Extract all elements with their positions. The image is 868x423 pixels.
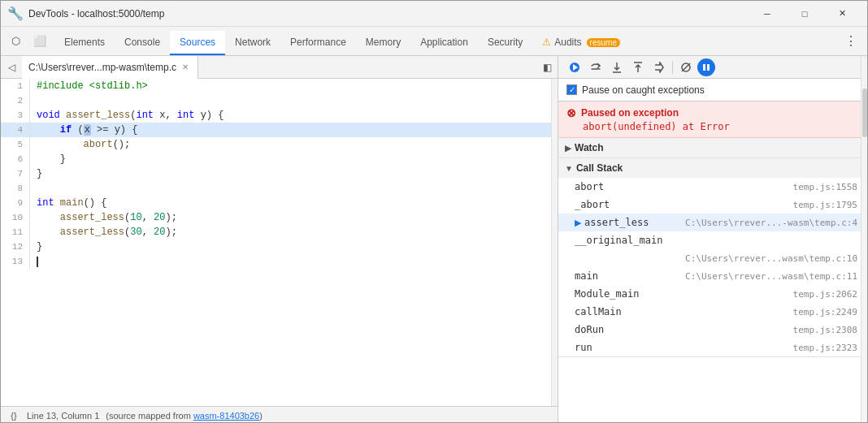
code-line-4: 4 if (x >= y) { [1, 123, 551, 137]
stack-item-main-location: C:\Users\rrever...wasm\temp.c:11 [685, 271, 857, 282]
maximize-button[interactable]: □ [786, 1, 823, 27]
line-content-6: } [30, 152, 66, 166]
source-map-link[interactable]: wasm-81403b26 [193, 411, 259, 421]
line-number-10: 10 [1, 210, 30, 225]
stack-item-abort2-name: _abort [575, 199, 793, 210]
call-stack-section-header[interactable]: Call Stack [558, 158, 867, 178]
deactivate-breakpoints-button[interactable] [676, 58, 696, 76]
pause-exceptions-button[interactable] [697, 58, 715, 76]
call-stack-section-label: Call Stack [576, 162, 623, 174]
tab-memory[interactable]: Memory [356, 31, 410, 55]
line-number-9: 9 [1, 196, 30, 210]
device-toolbar-button[interactable]: ⬜ [28, 31, 51, 50]
file-tab-right-icons: ◧ [536, 56, 558, 79]
line-content-9: int main() { [30, 196, 106, 210]
pause-on-exceptions-checkbox[interactable]: ✓ [566, 84, 577, 95]
step-into-button[interactable] [607, 58, 627, 76]
code-scrollbar[interactable] [551, 79, 558, 406]
stack-item-abort-name: abort [575, 181, 793, 192]
code-line-7: 7 } [1, 166, 551, 181]
audits-warning-icon: ⚠ [542, 37, 551, 48]
stack-item-do-run-location: temp.js:2308 [793, 325, 857, 335]
stack-item-original-main[interactable]: __original_main [558, 231, 867, 249]
stack-item-call-main-name: callMain [575, 306, 793, 317]
stack-item-assert-less-name: assert_less [584, 217, 685, 228]
stack-item-do-run[interactable]: doRun temp.js:2308 [558, 321, 867, 339]
source-map-label: (source mapped from [106, 411, 193, 421]
file-tab-close-button[interactable]: ✕ [180, 62, 191, 73]
pause-on-exceptions-label: Pause on caught exceptions [582, 84, 705, 96]
tab-audits-label: Audits [554, 37, 581, 48]
tab-performance[interactable]: Performance [280, 31, 356, 55]
code-line-3: 3 void assert_less(int x, int y) { [1, 108, 551, 123]
stack-item-abort2[interactable]: _abort temp.js:1795 [558, 196, 867, 214]
stack-item-module-main[interactable]: Module_main temp.js:2062 [558, 285, 867, 303]
show-navigator-button[interactable]: ◧ [536, 56, 558, 79]
more-tabs-button[interactable]: ⋮ [841, 31, 861, 50]
stack-item-assert-less-location: C:\Users\rrever...-wasm\temp.c:4 [685, 218, 857, 228]
watch-section-label: Watch [575, 142, 604, 153]
close-button[interactable]: ✕ [823, 1, 861, 27]
stack-item-assert-less[interactable]: ▶ assert_less C:\Users\rrever...-wasm\te… [558, 214, 867, 231]
exception-title: ⊗ Paused on exception [566, 106, 859, 119]
svg-rect-10 [707, 64, 710, 71]
source-map-close: ) [259, 411, 263, 421]
stack-item-main[interactable]: main C:\Users\rrever...wasm\temp.c:11 [558, 267, 867, 285]
file-tab-name: C:\Users\rrever...mp-wasm\temp.c [28, 62, 176, 73]
code-scroll-area[interactable]: 1 #include <stdlib.h> 2 3 void assert_le… [1, 79, 551, 406]
line-number-11: 11 [1, 225, 30, 240]
tab-audits[interactable]: ⚠ Audits resume [532, 31, 630, 55]
code-line-11: 11 assert_less(30, 20); [1, 225, 551, 240]
resume-button[interactable] [565, 58, 584, 76]
exception-banner: ⊗ Paused on exception abort(undefined) a… [558, 101, 867, 138]
tab-sources[interactable]: Sources [170, 31, 225, 55]
watch-section-header[interactable]: Watch [558, 138, 867, 158]
scrollbar-thumb [862, 88, 867, 137]
stack-item-abort2-location: temp.js:1795 [793, 200, 857, 210]
stack-item-do-run-name: doRun [575, 324, 793, 335]
step-button[interactable] [649, 58, 669, 76]
stack-item-run-location: temp.js:2323 [793, 343, 857, 353]
stack-item-arrow-icon: ▶ [575, 218, 581, 228]
svg-rect-9 [703, 64, 705, 71]
line-content-1: #include <stdlib.h> [30, 79, 148, 93]
minimize-button[interactable]: ─ [749, 1, 786, 27]
tab-security[interactable]: Security [478, 31, 532, 55]
stack-item-original-main-loc-location: C:\Users\rrever...wasm\temp.c:10 [685, 253, 857, 264]
code-line-2: 2 [1, 93, 551, 108]
tab-application[interactable]: Application [410, 31, 478, 55]
stack-item-run[interactable]: run temp.js:2323 [558, 339, 867, 356]
line-number-2: 2 [1, 93, 30, 108]
pause-on-exceptions-row: ✓ Pause on caught exceptions [558, 79, 867, 101]
code-line-1: 1 #include <stdlib.h> [1, 79, 551, 93]
tab-elements[interactable]: Elements [54, 31, 115, 55]
exception-title-text: Paused on exception [581, 107, 679, 119]
stack-item-call-main[interactable]: callMain temp.js:2249 [558, 303, 867, 321]
file-back-button[interactable]: ◁ [1, 56, 22, 79]
titlebar-title: DevTools - localhost:5000/temp [28, 8, 749, 19]
step-out-button[interactable] [628, 58, 648, 76]
line-content-13 [30, 254, 38, 269]
line-content-8 [30, 181, 42, 196]
line-content-5: abort(); [30, 137, 130, 152]
file-tab-tempc[interactable]: C:\Users\rrever...mp-wasm\temp.c ✕ [22, 56, 198, 79]
stack-item-run-name: run [575, 342, 793, 353]
line-number-1: 1 [1, 79, 30, 93]
stack-item-original-main-loc[interactable]: C:\Users\rrever...wasm\temp.c:10 [558, 249, 867, 267]
right-panel-scrollbar[interactable] [861, 56, 867, 423]
step-over-button[interactable] [586, 58, 605, 76]
line-number-7: 7 [1, 166, 30, 181]
main-content: ◁ C:\Users\rrever...mp-wasm\temp.c ✕ ◧ 1… [1, 56, 867, 423]
tab-console[interactable]: Console [115, 31, 170, 55]
source-type-icon: {} [7, 409, 20, 422]
inspect-element-button[interactable]: ⬡ [4, 31, 27, 50]
cursor-position: Line 13, Column 1 [27, 411, 99, 421]
stack-item-abort-location: temp.js:1558 [793, 182, 857, 192]
line-content-11: assert_less(30, 20); [30, 225, 177, 240]
stack-item-original-main-name: __original_main [575, 235, 857, 246]
main-tabbar: ⬡ ⬜ Elements Console Sources Network Per… [1, 27, 867, 56]
tab-network[interactable]: Network [225, 31, 280, 55]
call-stack-chevron-icon [565, 164, 573, 173]
exception-error-icon: ⊗ [566, 106, 576, 119]
stack-item-abort[interactable]: abort temp.js:1558 [558, 178, 867, 196]
